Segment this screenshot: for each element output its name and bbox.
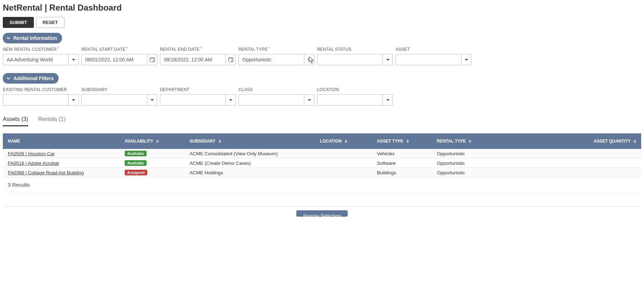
asset-link[interactable]: FA0518 | Adobe Acrobat xyxy=(8,161,59,166)
availability-badge: Assigned xyxy=(125,170,147,175)
svg-rect-5 xyxy=(228,58,233,62)
asset-link[interactable]: FA0509 | Houston Car xyxy=(8,151,55,156)
additional-filters-header[interactable]: Additional Filters xyxy=(3,73,58,84)
reset-button[interactable]: RESET xyxy=(36,17,64,28)
asset-type-cell: Buildings xyxy=(377,170,437,175)
field-label: DEPARTMENT xyxy=(160,87,236,92)
page-divider xyxy=(3,206,641,207)
rental-start-date-combo[interactable] xyxy=(81,54,157,65)
asset-type-cell: Software xyxy=(377,161,437,166)
rental-information-header[interactable]: Rental Information xyxy=(3,33,62,43)
dropdown-button[interactable] xyxy=(304,54,314,65)
caret-down-icon xyxy=(308,59,311,61)
tab-assets[interactable]: Assets (3) xyxy=(3,116,28,126)
rental-end-date-combo[interactable] xyxy=(160,54,236,65)
submit-button[interactable]: SUBMIT xyxy=(3,17,34,28)
rental-information-label: Rental Information xyxy=(13,35,57,41)
page-title: NetRental | Rental Dashboard xyxy=(3,3,641,13)
calendar-button[interactable] xyxy=(225,54,235,65)
existing-customer-input[interactable] xyxy=(3,95,68,105)
assets-grid: NAME AVAILABILITY SUBSIDIARY LOCATION AS… xyxy=(3,133,641,192)
sort-icon xyxy=(345,140,347,143)
col-header-location[interactable]: LOCATION xyxy=(320,139,377,144)
class-combo[interactable] xyxy=(239,94,314,106)
rental-type-field: RENTAL TYPE* xyxy=(239,47,314,65)
rental-status-input[interactable] xyxy=(317,54,383,65)
caret-down-icon xyxy=(150,99,154,101)
caret-down-icon xyxy=(386,59,390,61)
subsidiary-combo[interactable] xyxy=(81,94,157,106)
dropdown-button[interactable] xyxy=(383,54,392,65)
sort-icon xyxy=(633,140,636,143)
col-header-asset-quantity[interactable]: ASSET QUANTITY xyxy=(502,139,636,144)
location-input[interactable] xyxy=(317,95,383,105)
rental-type-input[interactable] xyxy=(239,54,304,65)
subsidiary-input[interactable] xyxy=(82,95,147,105)
dropdown-button[interactable] xyxy=(383,95,392,105)
dropdown-button[interactable] xyxy=(147,95,157,105)
svg-rect-0 xyxy=(150,58,154,62)
asset-input[interactable] xyxy=(396,54,461,65)
field-label: ASSET xyxy=(396,47,471,52)
svg-point-4 xyxy=(153,60,154,62)
dropdown-button[interactable] xyxy=(304,95,314,105)
subsidiary-field: SUBSIDIARY xyxy=(81,87,157,106)
chevron-down-icon xyxy=(6,36,11,40)
narrow-selection-button[interactable]: Narrow Selection xyxy=(296,210,348,217)
subsidiary-cell: ACME Holdings xyxy=(190,170,320,175)
rental-end-date-field: RENTAL END DATE* xyxy=(160,47,236,65)
additional-filters-row: EXISTING RENTAL CUSTOMER SUBSIDIARY DEPA… xyxy=(3,87,641,106)
field-label: SUBSIDIARY xyxy=(81,87,157,92)
department-combo[interactable] xyxy=(160,94,236,106)
chevron-down-icon xyxy=(6,76,11,80)
asset-link[interactable]: FA0368 | Cottage Road Apt Building xyxy=(8,170,84,175)
table-row: FA0509 | Houston CarAvailableACME Consol… xyxy=(3,149,641,158)
calendar-icon xyxy=(149,57,155,62)
action-button-row: SUBMIT RESET xyxy=(3,17,641,28)
field-label: EXISTING RENTAL CUSTOMER xyxy=(3,87,79,92)
class-input[interactable] xyxy=(239,95,304,105)
subsidiary-cell: ACME (Create Demo Cases) xyxy=(190,161,320,166)
col-header-asset-type[interactable]: ASSET TYPE xyxy=(377,139,437,144)
field-label: RENTAL START DATE* xyxy=(81,47,157,52)
new-rental-customer-input[interactable] xyxy=(3,54,68,65)
department-field: DEPARTMENT xyxy=(160,87,236,106)
sort-icon xyxy=(469,140,471,143)
field-label: RENTAL STATUS xyxy=(317,47,393,52)
caret-down-icon xyxy=(308,99,311,101)
col-header-availability[interactable]: AVAILABILITY xyxy=(125,139,190,144)
dropdown-button[interactable] xyxy=(68,95,78,105)
col-header-subsidiary[interactable]: SUBSIDIARY xyxy=(190,139,320,144)
asset-combo[interactable] xyxy=(396,54,471,65)
rental-status-combo[interactable] xyxy=(317,54,393,65)
availability-badge: Available xyxy=(125,160,147,166)
sort-icon xyxy=(156,140,159,143)
rental-type-cell: Opportunistic xyxy=(437,161,502,166)
results-footer: 3 Results xyxy=(3,177,641,192)
class-field: CLASS xyxy=(239,87,314,106)
location-field: LOCATION xyxy=(317,87,393,106)
table-row: FA0368 | Cottage Road Apt BuildingAssign… xyxy=(3,168,641,177)
asset-field: ASSET xyxy=(396,47,471,65)
rental-type-combo[interactable] xyxy=(239,54,314,65)
rental-end-date-input[interactable] xyxy=(160,54,225,65)
location-combo[interactable] xyxy=(317,94,393,106)
rental-info-filter-row: NEW RENTAL CUSTOMER* RENTAL START DATE* … xyxy=(3,47,641,65)
col-header-rental-type[interactable]: RENTAL TYPE xyxy=(437,139,502,144)
field-label: CLASS xyxy=(239,87,314,92)
calendar-button[interactable] xyxy=(147,54,157,65)
department-input[interactable] xyxy=(160,95,225,105)
dropdown-button[interactable] xyxy=(68,54,78,65)
existing-customer-combo[interactable] xyxy=(3,94,79,106)
new-rental-customer-combo[interactable] xyxy=(3,54,79,65)
dropdown-button[interactable] xyxy=(461,54,471,65)
tab-rentals[interactable]: Rentals (1) xyxy=(38,116,66,126)
rental-start-date-field: RENTAL START DATE* xyxy=(81,47,157,65)
rental-type-cell: Opportunistic xyxy=(437,170,502,175)
rental-start-date-input[interactable] xyxy=(82,54,147,65)
field-label: RENTAL END DATE* xyxy=(160,47,236,52)
dropdown-button[interactable] xyxy=(225,95,235,105)
caret-down-icon xyxy=(465,59,468,61)
col-header-name[interactable]: NAME xyxy=(8,139,125,144)
grid-header-row: NAME AVAILABILITY SUBSIDIARY LOCATION AS… xyxy=(3,133,641,149)
